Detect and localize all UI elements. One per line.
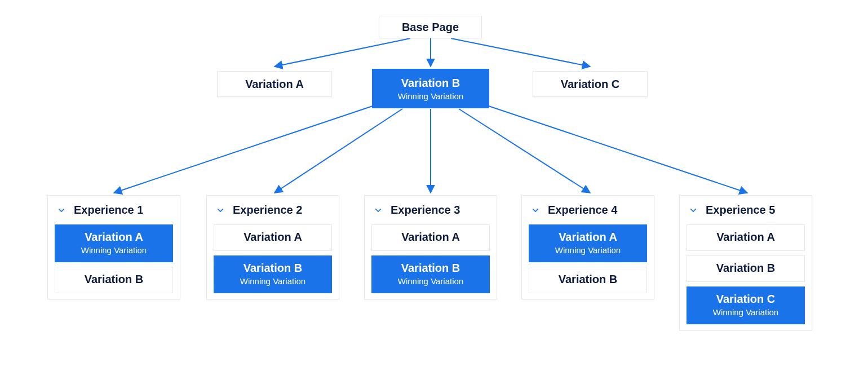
variation-a-node: Variation A xyxy=(217,71,332,97)
chevron-down-icon xyxy=(216,206,225,215)
experience-1-card: Experience 1 Variation A Winning Variati… xyxy=(47,195,180,299)
experience-2-variation-b: Variation B Winning Variation xyxy=(214,255,332,293)
experience-5-variation-b: Variation B xyxy=(687,255,805,282)
svg-line-2 xyxy=(451,38,590,67)
experience-5-card: Experience 5 Variation A Variation B Var… xyxy=(679,195,812,330)
svg-line-7 xyxy=(487,105,747,193)
base-page-label: Base Page xyxy=(379,21,481,34)
svg-line-0 xyxy=(274,38,410,67)
experience-4-variation-b: Variation B xyxy=(529,267,647,293)
experience-3-variation-b: Variation B Winning Variation xyxy=(371,255,490,293)
experience-5-variation-c: Variation C Winning Variation xyxy=(687,286,805,324)
experience-2-card: Experience 2 Variation A Variation B Win… xyxy=(206,195,339,299)
variation-b-sublabel: Winning Variation xyxy=(373,91,489,101)
experience-2-variation-a: Variation A xyxy=(214,224,332,251)
variation-b-node: Variation B Winning Variation xyxy=(372,69,489,108)
base-page-node: Base Page xyxy=(379,16,482,38)
experience-4-variation-a: Variation A Winning Variation xyxy=(529,224,647,262)
experience-3-card: Experience 3 Variation A Variation B Win… xyxy=(364,195,497,299)
experience-3-variation-a: Variation A xyxy=(371,224,490,251)
chevron-down-icon xyxy=(531,206,540,215)
variation-b-label: Variation B xyxy=(373,77,489,90)
svg-line-6 xyxy=(459,109,590,193)
experience-3-title: Experience 3 xyxy=(391,204,460,217)
chevron-down-icon xyxy=(57,206,66,215)
variation-c-label: Variation C xyxy=(533,78,647,91)
svg-line-4 xyxy=(274,109,402,193)
experience-1-variation-a: Variation A Winning Variation xyxy=(55,224,173,262)
experience-5-title: Experience 5 xyxy=(706,204,775,217)
svg-line-3 xyxy=(114,105,374,193)
experience-2-title: Experience 2 xyxy=(233,204,302,217)
experience-1-variation-b: Variation B xyxy=(55,267,173,293)
experience-4-title: Experience 4 xyxy=(548,204,617,217)
chevron-down-icon xyxy=(374,206,383,215)
chevron-down-icon xyxy=(689,206,698,215)
experience-1-title: Experience 1 xyxy=(74,204,143,217)
variation-c-node: Variation C xyxy=(533,71,648,97)
experience-4-card: Experience 4 Variation A Winning Variati… xyxy=(521,195,654,299)
variation-a-label: Variation A xyxy=(218,78,331,91)
experience-5-variation-a: Variation A xyxy=(687,224,805,251)
